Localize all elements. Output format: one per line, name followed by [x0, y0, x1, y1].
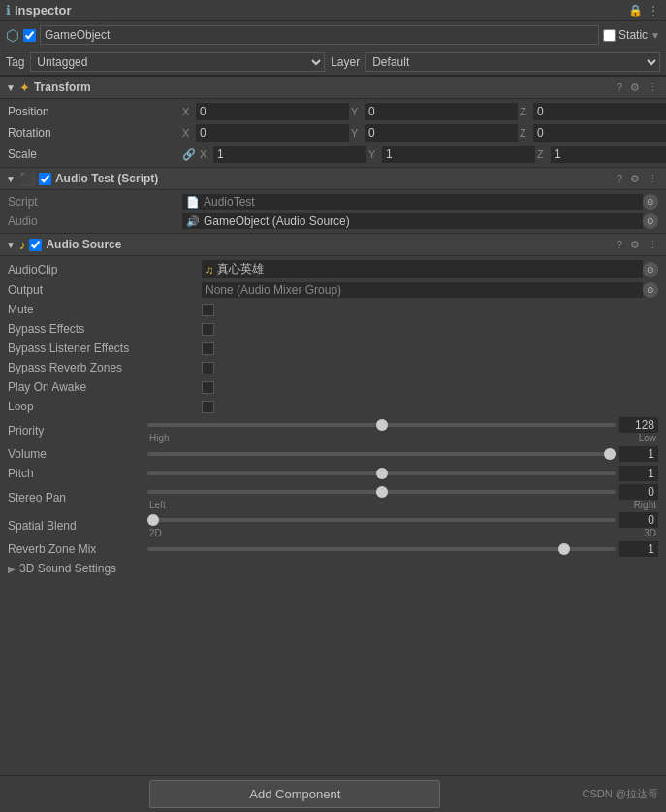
reverb-zone-label: Reverb Zone Mix	[8, 542, 143, 556]
mute-label: Mute	[8, 303, 202, 316]
stereo-pan-value[interactable]: 0	[619, 484, 658, 500]
sca-x-input[interactable]: 1	[213, 146, 366, 163]
rotation-row: Rotation X 0 Y 0 Z 0	[0, 122, 666, 144]
sound-3d-row[interactable]: ▶ 3D Sound Settings	[0, 559, 666, 578]
audioclip-music-icon: ♫	[206, 264, 213, 276]
spatial-blend-value[interactable]: 0	[619, 512, 658, 528]
title-bar: ℹ Inspector 🔒 ⋮	[0, 0, 666, 21]
pitch-value[interactable]: 1	[619, 466, 658, 481]
audio-ref-field: 🔊 GameObject (Audio Source)	[182, 213, 643, 229]
audiosource-settings-icon[interactable]: ⚙	[628, 239, 642, 251]
audio-source-section-header: ▼ ♪ Audio Source ? ⚙ ⋮	[0, 233, 666, 256]
transform-help-icon[interactable]: ?	[615, 81, 624, 93]
audiosource-collapse-arrow[interactable]: ▼	[6, 240, 16, 250]
transform-collapse-arrow[interactable]: ▼	[6, 82, 16, 93]
spatial-blend-slider[interactable]	[147, 518, 616, 522]
gameobject-name-input[interactable]: GameObject	[40, 25, 599, 45]
priority-label: Priority	[8, 424, 143, 438]
audioclip-value: 真心英雄	[217, 261, 264, 277]
pitch-slider[interactable]	[147, 471, 616, 475]
script-ref-circle-btn[interactable]: ⊙	[643, 194, 658, 210]
rot-z-label: Z	[520, 127, 531, 139]
volume-slider-row: Volume 1	[0, 444, 666, 464]
sca-y-input[interactable]: 1	[382, 146, 535, 163]
mute-checkbox[interactable]	[202, 304, 214, 316]
rot-y-input[interactable]: 0	[365, 124, 518, 142]
inspector-title: Inspector	[15, 3, 72, 17]
bypass-effects-checkbox[interactable]	[202, 323, 214, 336]
script-file-icon: 📄	[186, 196, 200, 209]
bypass-effects-label: Bypass Effects	[8, 322, 202, 336]
transform-more-icon[interactable]: ⋮	[646, 81, 660, 94]
output-label: Output	[8, 283, 202, 297]
loop-checkbox[interactable]	[202, 401, 214, 413]
rotation-label: Rotation	[8, 126, 182, 140]
reverb-zone-slider-container: 1	[147, 541, 658, 557]
audiosource-active-checkbox[interactable]	[29, 239, 42, 251]
audioclip-ref-field: ♫ 真心英雄	[202, 260, 643, 278]
script-more-icon[interactable]: ⋮	[646, 173, 660, 185]
audio-ref-circle-btn[interactable]: ⊙	[643, 213, 658, 229]
static-dropdown-arrow[interactable]: ▼	[650, 30, 660, 41]
transform-title: Transform	[34, 81, 611, 94]
pos-x-label: X	[182, 106, 194, 117]
reverb-zone-slider-row: Reverb Zone Mix 1	[0, 539, 666, 559]
priority-slider-row: Priority 128 High Low	[0, 416, 666, 444]
spatial-blend-slider-row: Spatial Blend 0 2D 3D	[0, 511, 666, 539]
sound-3d-arrow-icon: ▶	[8, 564, 16, 574]
rot-x-input[interactable]: 0	[196, 124, 349, 142]
bypass-listener-checkbox[interactable]	[202, 342, 214, 355]
lock-icon[interactable]: 🔒	[628, 4, 643, 17]
transform-props: Position X 0 Y 0 Z 0 Rotation X 0 Y 0 Z …	[0, 99, 666, 167]
pos-y-input[interactable]: 0	[365, 103, 518, 120]
bypass-reverb-checkbox[interactable]	[202, 362, 214, 374]
priority-value[interactable]: 128	[619, 417, 658, 433]
transform-settings-icon[interactable]: ⚙	[628, 81, 642, 94]
script-icon: ⬛	[19, 172, 35, 186]
static-checkbox[interactable]	[603, 29, 616, 42]
tag-label: Tag	[6, 55, 24, 69]
bypass-listener-row: Bypass Listener Effects	[0, 339, 666, 358]
script-settings-icon[interactable]: ⚙	[628, 173, 642, 185]
pos-z-input[interactable]: 0	[533, 103, 666, 120]
stereo-pan-slider[interactable]	[147, 490, 616, 494]
script-field-label: Script	[8, 195, 182, 209]
reverb-zone-value[interactable]: 1	[619, 541, 658, 557]
bypass-reverb-row: Bypass Reverb Zones	[0, 358, 666, 377]
priority-sublabels: High Low	[147, 433, 658, 443]
pitch-slider-container: 1	[147, 466, 658, 481]
pos-z-label: Z	[520, 106, 531, 117]
audioclip-circle-btn[interactable]: ⊙	[643, 262, 658, 277]
audio-field-label: Audio	[8, 214, 182, 228]
pos-x-input[interactable]: 0	[196, 103, 349, 120]
pitch-slider-row: Pitch 1	[0, 464, 666, 483]
gameobject-active-checkbox[interactable]	[23, 29, 36, 42]
reverb-zone-slider[interactable]	[147, 547, 616, 551]
tag-select[interactable]: Untagged	[30, 52, 325, 72]
audio-ref-value: GameObject (Audio Source)	[204, 214, 350, 228]
rot-z-input[interactable]: 0	[533, 124, 666, 142]
volume-value[interactable]: 1	[619, 446, 658, 462]
output-circle-btn[interactable]: ⊙	[643, 282, 658, 298]
sound-3d-label: 3D Sound Settings	[19, 562, 116, 575]
transform-icon: ✦	[19, 81, 30, 95]
bypass-reverb-label: Bypass Reverb Zones	[8, 361, 202, 374]
sca-x-label: X	[200, 148, 211, 160]
add-component-button[interactable]: Add Component	[149, 780, 440, 808]
script-help-icon[interactable]: ?	[615, 173, 624, 184]
sca-z-input[interactable]: 1	[551, 146, 666, 163]
stereo-pan-label: Stereo Pan	[8, 491, 143, 504]
volume-slider-container: 1	[147, 446, 658, 462]
script-collapse-arrow[interactable]: ▼	[6, 174, 16, 184]
audiosource-help-icon[interactable]: ?	[615, 239, 624, 250]
more-options-icon[interactable]: ⋮	[647, 3, 660, 18]
layer-select[interactable]: Default	[365, 52, 660, 72]
volume-slider[interactable]	[147, 452, 616, 456]
audio-test-script-section-header: ▼ ⬛ Audio Test (Script) ? ⚙ ⋮	[0, 167, 666, 190]
priority-slider-container: 128 High Low	[147, 417, 658, 443]
audiosource-more-icon[interactable]: ⋮	[646, 239, 660, 251]
play-on-awake-checkbox[interactable]	[202, 381, 214, 394]
priority-slider[interactable]	[147, 423, 616, 427]
spatial-blend-slider-container: 0 2D 3D	[147, 512, 658, 538]
script-active-checkbox[interactable]	[39, 173, 51, 185]
